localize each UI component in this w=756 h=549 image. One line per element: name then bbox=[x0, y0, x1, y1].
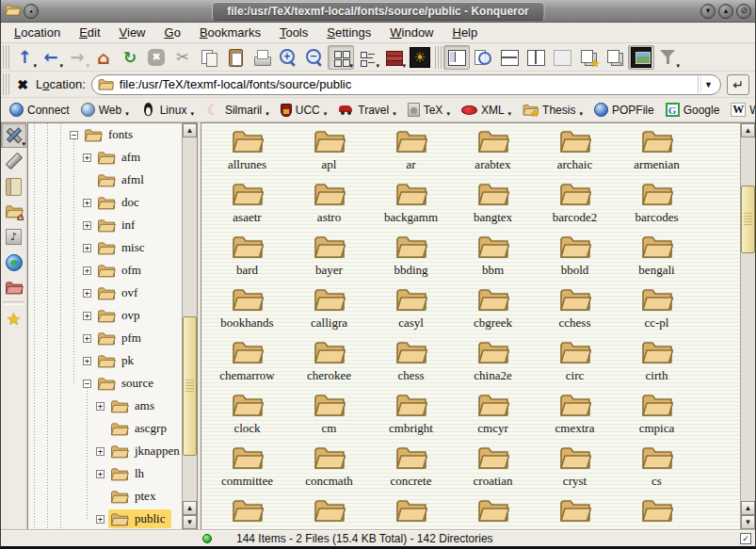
tree-item-public[interactable]: +public bbox=[28, 508, 182, 529]
tree-item-ascgrp[interactable]: ascgrp bbox=[28, 417, 182, 440]
menu-edit[interactable]: Edit bbox=[70, 24, 109, 41]
split-view-top-bottom-button[interactable] bbox=[496, 45, 523, 70]
home-button[interactable]: ⌂ bbox=[90, 45, 117, 70]
folder-cherokee[interactable]: cherokee bbox=[288, 338, 370, 391]
scroll-up-button[interactable]: ▲ bbox=[183, 123, 197, 137]
folder-cmextra[interactable]: cmextra bbox=[534, 391, 616, 444]
menu-tools[interactable]: Tools bbox=[270, 24, 317, 41]
minimize-button[interactable]: ▾ bbox=[700, 4, 716, 19]
expand-icon[interactable]: + bbox=[96, 447, 105, 456]
view-scrollbar[interactable]: ▲ ▲ ▼ bbox=[740, 123, 755, 529]
folder-backgamm[interactable]: backgamm bbox=[370, 180, 452, 233]
menu-bookmarks[interactable]: Bookmarks bbox=[190, 24, 270, 41]
toolbar-handle[interactable] bbox=[3, 45, 9, 69]
filter-button[interactable]: ▾ bbox=[654, 45, 681, 70]
multicolumn-view-button[interactable]: ▾ bbox=[354, 45, 380, 70]
tree-item-fonts[interactable]: −fonts bbox=[28, 123, 182, 146]
sidebar-tab-network-globe[interactable] bbox=[1, 250, 26, 275]
folder-apl[interactable]: apl bbox=[288, 127, 370, 180]
scroll-down-button[interactable]: ▼ bbox=[741, 515, 755, 529]
tree-item-afm[interactable]: +afm bbox=[28, 146, 182, 169]
folder-bbold[interactable]: bbold bbox=[534, 233, 616, 285]
gear-view-button[interactable]: ☀ bbox=[407, 45, 433, 70]
tree-item-ptex[interactable]: ptex bbox=[28, 485, 182, 508]
folder-barcode2[interactable]: barcode2 bbox=[534, 180, 616, 233]
sidebar-tab-bookmarks-star[interactable]: ★ bbox=[1, 306, 26, 331]
folder-bengali[interactable]: bengali bbox=[616, 233, 698, 285]
icon-view-button[interactable]: ▾ bbox=[328, 45, 354, 70]
expand-icon[interactable]: + bbox=[83, 221, 91, 230]
sidebar-tab-home-folder[interactable]: ⌂ bbox=[1, 199, 26, 224]
maximize-button[interactable]: ▴ bbox=[718, 4, 733, 19]
expand-icon[interactable]: + bbox=[83, 266, 91, 275]
scrollbar-thumb[interactable] bbox=[183, 316, 197, 456]
bookmark-xml[interactable]: XML▾ bbox=[457, 103, 516, 118]
scroll-up-button[interactable]: ▲ bbox=[741, 123, 755, 137]
copy-button[interactable] bbox=[196, 45, 222, 70]
tree-item-ovp[interactable]: +ovp bbox=[28, 304, 182, 327]
up-button[interactable]: ↑▾ bbox=[11, 45, 38, 70]
bookmark-travel[interactable]: Travel▾ bbox=[333, 101, 400, 119]
scroll-up-button[interactable]: ▲ bbox=[741, 501, 755, 515]
tree-item-ams[interactable]: +ams bbox=[28, 395, 182, 417]
folder-cs[interactable]: cs bbox=[616, 444, 698, 496]
expand-icon[interactable]: + bbox=[96, 402, 105, 411]
expand-icon[interactable]: + bbox=[96, 515, 105, 524]
folder-cmpica[interactable]: cmpica bbox=[616, 391, 698, 444]
folder-chemarrow[interactable]: chemarrow bbox=[206, 338, 288, 391]
location-field[interactable]: ▼ bbox=[91, 74, 721, 95]
expand-icon[interactable]: + bbox=[83, 289, 91, 298]
collapse-icon[interactable]: − bbox=[70, 131, 78, 139]
tree-item-source[interactable]: −source bbox=[28, 372, 182, 395]
folder-allrunes[interactable]: allrunes bbox=[206, 127, 288, 180]
show-navigation-panel-button[interactable] bbox=[443, 45, 470, 70]
bookmark-ucc[interactable]: UCC▾ bbox=[276, 103, 332, 118]
folder-armenian[interactable]: armenian bbox=[616, 127, 698, 180]
titlebar[interactable]: ● file:/usr/TeX/texmf-local/fonts/source… bbox=[1, 0, 755, 23]
folder-partial[interactable] bbox=[370, 496, 452, 529]
tree-item-pk[interactable]: +pk bbox=[28, 349, 182, 372]
sidebar-tab-bookmark-clip[interactable] bbox=[1, 148, 26, 173]
folder-casyl[interactable]: casyl bbox=[370, 285, 452, 338]
back-button[interactable]: ←▾ bbox=[38, 45, 64, 70]
location-dropdown-arrow[interactable]: ▼ bbox=[698, 76, 718, 93]
folder-bard[interactable]: bard bbox=[206, 233, 288, 285]
folder-cchess[interactable]: cchess bbox=[534, 285, 616, 338]
sidebar-tab-toolbox[interactable]: ▾ bbox=[1, 122, 26, 148]
folder-circ[interactable]: circ bbox=[534, 338, 616, 391]
folder-bbm[interactable]: bbm bbox=[452, 233, 534, 285]
clear-location-button[interactable]: ✖ bbox=[11, 74, 34, 95]
zoom-in-button[interactable] bbox=[275, 45, 301, 70]
bookmark-thesis[interactable]: ★Thesis▾ bbox=[518, 101, 587, 119]
folder-bbding[interactable]: bbding bbox=[370, 233, 452, 285]
bookmark-google[interactable]: GGoogle bbox=[661, 102, 725, 118]
folder-calligra[interactable]: calligra bbox=[288, 285, 370, 338]
bookmark-popfile[interactable]: POPFile bbox=[589, 102, 659, 118]
tree-item-afml[interactable]: afml bbox=[28, 169, 182, 191]
find-file-button[interactable] bbox=[470, 45, 496, 70]
zoom-out-button[interactable] bbox=[301, 45, 328, 70]
folder-cmbright[interactable]: cmbright bbox=[370, 391, 452, 444]
folder-cc-pl[interactable]: cc-pl bbox=[616, 285, 698, 338]
folder-partial[interactable] bbox=[616, 496, 698, 529]
folder-cm[interactable]: cm bbox=[288, 391, 370, 444]
expand-icon[interactable]: + bbox=[83, 357, 91, 365]
folder-archaic[interactable]: archaic bbox=[534, 127, 616, 180]
close-button[interactable]: ⊘ bbox=[736, 4, 751, 19]
folder-cirth[interactable]: cirth bbox=[616, 338, 698, 391]
bookmark-wikipedia[interactable]: WWikipedia bbox=[726, 102, 756, 118]
expand-icon[interactable]: + bbox=[83, 199, 91, 207]
print-button[interactable] bbox=[249, 45, 275, 70]
paste-button[interactable] bbox=[222, 45, 249, 70]
folder-partial[interactable] bbox=[206, 496, 288, 529]
new-tab-button[interactable]: ★ bbox=[575, 45, 602, 70]
toolbar-handle[interactable] bbox=[435, 46, 442, 69]
tree-item-ofm[interactable]: +ofm bbox=[28, 259, 182, 282]
app-folder-icon[interactable] bbox=[5, 3, 21, 20]
folder-chess[interactable]: chess bbox=[370, 338, 452, 391]
bookmark-tex[interactable]: TeX▾ bbox=[403, 102, 455, 118]
split-view-left-right-button[interactable] bbox=[523, 45, 549, 70]
tree-item-lh[interactable]: +lh bbox=[28, 462, 182, 485]
scroll-up-button[interactable]: ▲ bbox=[183, 501, 197, 515]
folder-cryst[interactable]: cryst bbox=[534, 444, 616, 496]
